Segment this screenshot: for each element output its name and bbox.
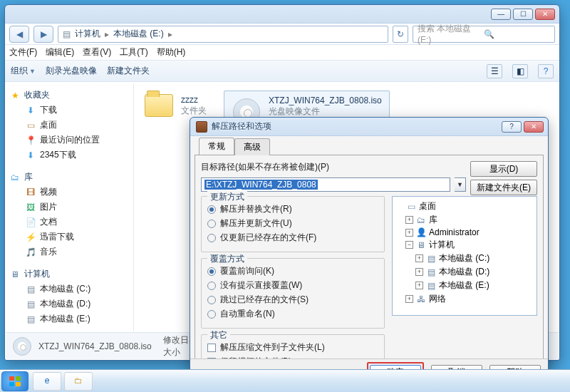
destination-input[interactable]: E:\XTZJ_WIN764_ZJB_0808	[201, 177, 450, 192]
breadcrumb-part[interactable]: 本地磁盘 (E:)	[113, 28, 164, 40]
update-opt-update[interactable]: 解压并更新文件(U)	[207, 217, 378, 229]
collapse-icon[interactable]: −	[405, 241, 413, 249]
tree-node-drive-c[interactable]: +▤本地磁盘 (C:)	[395, 252, 534, 265]
toolbar-new-folder[interactable]: 新建文件夹	[107, 65, 150, 77]
menu-help[interactable]: 帮助(H)	[157, 46, 186, 58]
chevron-down-icon: ▼	[29, 68, 36, 75]
computer-icon: 🖥	[416, 240, 426, 250]
nav-downloads[interactable]: ⬇下载	[9, 103, 130, 118]
network-icon: 🖧	[416, 294, 426, 304]
tree-node-admin[interactable]: +👤Administrator	[395, 227, 534, 238]
destination-dropdown-button[interactable]: ▼	[455, 177, 466, 192]
misc-title: 其它	[207, 329, 230, 341]
user-icon: 👤	[416, 227, 426, 237]
menu-tools[interactable]: 工具(T)	[120, 46, 147, 58]
overwrite-opt-rename[interactable]: 自动重命名(N)	[207, 308, 378, 320]
tree-node-drive-e[interactable]: +▤本地磁盘 (E:)	[395, 279, 534, 292]
nav-documents[interactable]: 📄文档	[9, 215, 130, 229]
expand-icon[interactable]: +	[405, 216, 413, 224]
download-icon: ⬇	[26, 105, 36, 115]
tree-node-network[interactable]: +🖧网络	[395, 292, 534, 306]
close-icon: ✕	[542, 11, 548, 18]
toolbar-view-button[interactable]: ☰	[487, 64, 502, 78]
expand-icon[interactable]: +	[415, 268, 423, 276]
nav-xunlei[interactable]: ⚡迅雷下载	[9, 229, 130, 244]
taskbar-pinned-explorer[interactable]: 🗀	[64, 372, 93, 391]
show-button[interactable]: 显示(D)	[470, 161, 537, 177]
address-refresh-button[interactable]: ↻	[393, 26, 408, 43]
update-opt-replace[interactable]: 解压并替换文件(R)	[207, 203, 378, 215]
nav-desktop[interactable]: ▭桌面	[9, 118, 130, 133]
update-opt-freshen[interactable]: 仅更新已经存在的文件(F)	[207, 232, 378, 244]
menu-view[interactable]: 查看(V)	[83, 46, 111, 58]
nav-music[interactable]: 🎵音乐	[9, 244, 130, 259]
nav-drive-c[interactable]: ▤本地磁盘 (C:)	[9, 282, 130, 296]
dialog-help-button[interactable]: ?	[502, 121, 522, 133]
explorer-search-input[interactable]: 搜索 本地磁盘 (E:) 🔍	[413, 26, 555, 43]
folder-item[interactable]: zzzz 文件夹	[144, 91, 207, 120]
address-bar[interactable]: ▤ 计算机 ▸ 本地磁盘 (E:) ▸	[58, 26, 388, 43]
tab-panel-general: 目标路径(如果不存在将被创建)(P) E:\XTZJ_WIN764_ZJB_08…	[195, 155, 544, 392]
star-icon: ★	[10, 91, 20, 100]
taskbar[interactable]: e 🗀	[0, 369, 570, 392]
misc-opt-subfolder[interactable]: 解压压缩文件到子文件夹(L)	[207, 341, 378, 354]
expand-icon[interactable]: +	[405, 229, 413, 237]
toolbar-burn-image[interactable]: 刻录光盘映像	[46, 65, 97, 77]
explorer-titlebar[interactable]: — ☐ ✕	[5, 5, 559, 24]
folder-tree[interactable]: ▭桌面 +🗂库 +👤Administrator −🖥计算机 +▤本地磁盘 (C:…	[392, 196, 537, 316]
library-icon: 🗂	[416, 215, 426, 225]
nav-computer[interactable]: 🖥计算机	[10, 268, 130, 280]
tab-general[interactable]: 常规	[199, 138, 234, 155]
expand-icon[interactable]: +	[415, 282, 423, 289]
tree-node-libraries[interactable]: +🗂库	[395, 213, 534, 227]
toolbar-help-button[interactable]: ?	[538, 64, 554, 78]
new-folder-button[interactable]: 新建文件夹(E)	[470, 180, 537, 195]
nav-favorites[interactable]: ★收藏夹	[10, 89, 130, 101]
dialog-titlebar[interactable]: 解压路径和选项 ? ✕	[190, 118, 548, 136]
search-placeholder: 搜索 本地磁盘 (E:)	[418, 23, 484, 45]
nav-2345dl[interactable]: ⬇2345下载	[9, 148, 130, 163]
nav-forward-button[interactable]: ▶	[33, 26, 53, 43]
arrow-right-icon: ▶	[41, 29, 47, 39]
drive-icon: ▤	[26, 314, 36, 324]
explorer-maximize-button[interactable]: ☐	[513, 9, 533, 20]
start-button[interactable]	[1, 371, 28, 391]
overwrite-opt-noask[interactable]: 没有提示直接覆盖(W)	[207, 279, 378, 292]
overwrite-opt-skip[interactable]: 跳过已经存在的文件(S)	[207, 294, 378, 306]
taskbar-pinned-ie[interactable]: e	[33, 372, 61, 391]
toolbar-organize[interactable]: 组织▼	[11, 65, 36, 77]
nav-drive-d[interactable]: ▤本地磁盘 (D:)	[9, 296, 130, 311]
expand-icon[interactable]: +	[405, 295, 413, 303]
drive-icon: ▤	[426, 254, 436, 264]
dialog-close-button[interactable]: ✕	[524, 121, 544, 133]
breadcrumb-part[interactable]: 计算机	[75, 28, 100, 40]
expand-icon[interactable]: +	[415, 254, 423, 262]
document-icon: 📄	[26, 217, 36, 227]
toolbar-preview-pane-button[interactable]: ◧	[512, 64, 528, 78]
pane-icon: ◧	[517, 66, 524, 76]
nav-recent[interactable]: 📍最近访问的位置	[9, 133, 130, 148]
overwrite-opt-ask[interactable]: 覆盖前询问(K)	[207, 265, 378, 277]
nav-drive-e[interactable]: ▤本地磁盘 (E:)	[9, 311, 130, 326]
nav-videos[interactable]: 🎞视频	[9, 185, 130, 200]
disc-icon	[13, 337, 31, 356]
overwrite-mode-title: 覆盖方式	[207, 253, 247, 265]
nav-libraries[interactable]: 🗂库	[10, 171, 130, 183]
tree-node-desktop[interactable]: ▭桌面	[395, 200, 534, 213]
dialog-tabs: 常规 高级	[195, 139, 544, 155]
svg-rect-0	[9, 376, 14, 381]
nav-pictures[interactable]: 🖼图片	[9, 200, 130, 215]
menu-file[interactable]: 文件(F)	[9, 46, 37, 58]
tab-advanced[interactable]: 高级	[234, 138, 270, 155]
explorer-minimize-button[interactable]: —	[491, 9, 511, 20]
desktop-icon: ▭	[406, 202, 416, 212]
tree-node-computer[interactable]: −🖥计算机	[395, 238, 534, 252]
nav-back-button[interactable]: ◀	[9, 26, 29, 43]
status-size-label: 大小	[163, 347, 180, 357]
destination-label: 目标路径(如果不存在将被创建)(P)	[201, 161, 329, 173]
menu-edit[interactable]: 编辑(E)	[46, 46, 74, 58]
radio-checked-icon	[207, 205, 216, 214]
svg-rect-2	[9, 382, 14, 386]
explorer-close-button[interactable]: ✕	[535, 9, 555, 20]
tree-node-drive-d[interactable]: +▤本地磁盘 (D:)	[395, 265, 534, 279]
